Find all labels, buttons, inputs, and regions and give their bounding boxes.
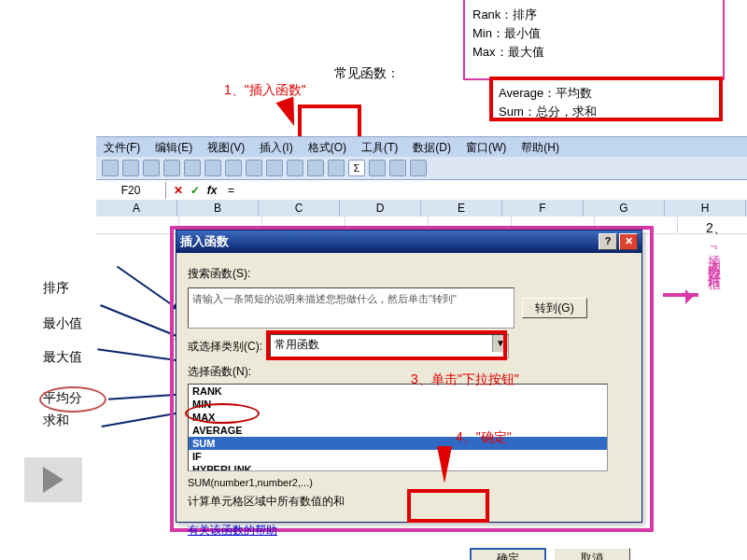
col-g[interactable]: G [584, 200, 665, 217]
print-icon[interactable] [163, 160, 180, 176]
help-button-icon[interactable]: ? [599, 233, 617, 250]
arrow-dialog-icon [663, 293, 698, 297]
insert-function-dialog: 插入函数 ? ✕ 搜索函数(S): 请输入一条简短的说明来描述您想做什么，然后单… [176, 230, 642, 523]
col-c[interactable]: C [259, 200, 340, 217]
play-icon [43, 467, 63, 493]
menu-tools[interactable]: 工具(T) [354, 140, 405, 156]
autosum-icon[interactable]: Σ [348, 160, 365, 176]
ok-button[interactable]: 确定 [470, 548, 546, 560]
dialog-titlebar[interactable]: 插入函数 ? ✕ [176, 231, 641, 253]
play-button[interactable] [24, 457, 82, 502]
new-icon[interactable] [102, 160, 119, 176]
category-select[interactable]: 常用函数 [270, 334, 509, 358]
label-max: 最大值 [43, 349, 82, 366]
category-label: 或选择类别(C): [188, 339, 262, 355]
step4-label: 4、"确定" [456, 429, 512, 446]
undo-icon[interactable] [287, 160, 303, 176]
search-label: 搜索函数(S): [188, 266, 630, 282]
col-b[interactable]: B [177, 200, 259, 217]
step3-label: 3、单击"下拉按钮" [411, 371, 519, 388]
copy-icon[interactable] [246, 160, 262, 176]
legend-red-box: Average：平均数 Sum：总分，求和 [489, 77, 723, 121]
avg-highlight-oval [39, 386, 106, 413]
legend-max: Max：最大值 [472, 43, 715, 62]
fx-icon[interactable]: fx [205, 184, 218, 197]
list-item[interactable]: AVERAGE [189, 424, 607, 437]
close-icon[interactable]: ✕ [619, 233, 638, 250]
sum-highlight-oval [185, 403, 260, 424]
legend-avg: Average：平均数 [499, 84, 713, 103]
menu-edit[interactable]: 编辑(E) [148, 140, 200, 156]
step1-label: 1、"插入函数" [224, 82, 306, 99]
cut-icon[interactable] [225, 160, 242, 176]
preview-icon[interactable] [184, 160, 201, 176]
col-f[interactable]: F [502, 200, 584, 217]
arrow-ok-icon [437, 446, 452, 483]
sort-asc-icon[interactable] [369, 160, 386, 176]
list-item-selected[interactable]: SUM [189, 437, 607, 450]
col-a[interactable]: A [96, 200, 177, 217]
select-fn-label: 选择函数(N): [188, 364, 630, 380]
label-sum: 求和 [43, 413, 69, 429]
search-input[interactable]: 请输入一条简短的说明来描述您想做什么，然后单击"转到" [188, 287, 514, 329]
ok-highlight-box [407, 489, 489, 523]
goto-button[interactable]: 转到(G) [522, 298, 587, 318]
legend-sum: Sum：总分，求和 [499, 103, 713, 121]
chevron-down-icon[interactable]: ▼ [492, 335, 508, 352]
menu-format[interactable]: 格式(O) [301, 140, 354, 156]
confirm-formula-icon[interactable]: ✓ [189, 184, 202, 197]
list-item[interactable]: IF [189, 450, 607, 463]
dialog-title: 插入函数 [180, 233, 229, 250]
menu-data[interactable]: 数据(D) [405, 140, 458, 156]
menu-insert[interactable]: 插入(I) [252, 140, 300, 156]
paste-icon[interactable] [266, 160, 283, 176]
open-icon[interactable] [122, 160, 139, 176]
spell-icon[interactable] [204, 160, 221, 176]
cancel-formula-icon[interactable]: ✕ [172, 184, 185, 197]
cancel-button[interactable]: 取消 [554, 548, 630, 560]
column-headers: A B C D E F G H [96, 200, 747, 217]
legend-box: Rank：排序 Min：最小值 Max：最大值 [463, 0, 725, 80]
right-vertical-caption: 『插入函数对话框』 [706, 241, 723, 274]
label-min: 最小值 [43, 315, 82, 332]
function-listbox[interactable]: RANK MIN MAX AVERAGE SUM IF HYPERLINK [188, 384, 608, 471]
menu-view[interactable]: 视图(V) [200, 140, 252, 156]
redo-icon[interactable] [307, 160, 324, 176]
caption-common-functions: 常见函数： [334, 65, 400, 82]
name-box[interactable]: F20 [96, 182, 166, 199]
sort-desc-icon[interactable] [389, 160, 406, 176]
legend-rank: Rank：排序 [472, 6, 715, 24]
label-rank: 排序 [43, 280, 69, 297]
function-syntax: SUM(number1,number2,...) [188, 477, 630, 488]
menubar: 文件(F) 编辑(E) 视图(V) 插入(I) 格式(O) 工具(T) 数据(D… [96, 136, 747, 159]
toolbar: Σ [96, 157, 747, 180]
menu-help[interactable]: 帮助(H) [514, 140, 567, 156]
list-item[interactable]: RANK [189, 385, 607, 398]
menu-window[interactable]: 窗口(W) [458, 140, 514, 156]
menu-file[interactable]: 文件(F) [96, 140, 148, 156]
col-e[interactable]: E [421, 200, 502, 217]
link-icon[interactable] [328, 160, 345, 176]
formula-bar: F20 ✕ ✓ fx = [96, 181, 747, 201]
col-h[interactable]: H [665, 200, 746, 217]
formula-input[interactable]: = [224, 184, 234, 197]
save-icon[interactable] [143, 160, 160, 176]
legend-min: Min：最小值 [472, 24, 715, 43]
help-link[interactable]: 有关该函数的帮助 [188, 524, 277, 537]
chart-icon[interactable] [410, 160, 427, 176]
step2-label: 2、 [706, 220, 726, 237]
col-d[interactable]: D [340, 200, 421, 217]
list-item[interactable]: HYPERLINK [189, 463, 607, 471]
